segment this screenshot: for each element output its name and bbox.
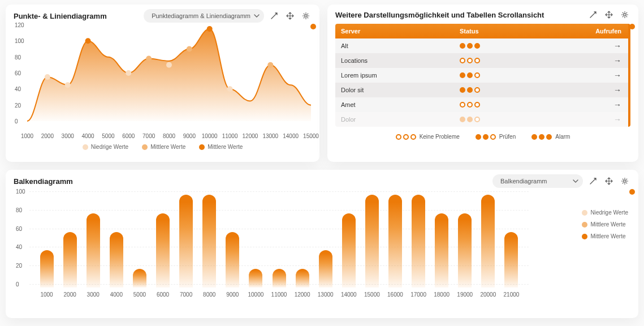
svg-point-5 <box>146 56 152 62</box>
svg-point-1 <box>45 74 50 80</box>
bar <box>319 250 332 288</box>
table-legend-item: Keine Probleme <box>396 134 460 140</box>
table-row: Dolor → <box>335 112 628 127</box>
status-dots <box>460 117 589 122</box>
svg-point-6 <box>166 62 172 68</box>
bar <box>435 213 448 288</box>
server-table: Server Status Aufrufen Alt →Locations →L… <box>335 24 630 127</box>
bar <box>481 195 495 288</box>
table-legend-item: Alarm <box>531 134 570 140</box>
chevron-down-icon <box>573 178 578 184</box>
bar <box>249 269 262 288</box>
status-dots <box>460 72 589 78</box>
server-name: Lorem ipsum <box>335 72 460 79</box>
bar <box>342 213 356 288</box>
svg-point-3 <box>85 38 91 44</box>
table-row: Alt → <box>335 38 628 53</box>
open-arrow-icon[interactable]: → <box>589 85 628 95</box>
legend-mid: Mittlere Werte <box>590 221 625 228</box>
card3-title: Balkendiagramm <box>14 177 73 186</box>
legend-low: Niedrige Werte <box>91 144 129 150</box>
open-arrow-icon[interactable]: → <box>589 56 628 65</box>
bar-chart: 0204060801001000200030004000500060007000… <box>29 191 529 288</box>
bar <box>273 269 286 288</box>
balken-card: Balkendiagramm Balkendiagramm 0204060801… <box>6 170 638 318</box>
status-dots <box>460 58 589 63</box>
card2-title: Weitere Darstellungsmöglichkeit und Tabe… <box>335 11 544 19</box>
legend-mid: Mittlere Werte <box>150 144 185 150</box>
svg-point-8 <box>207 26 213 32</box>
svg-point-0 <box>305 15 307 17</box>
status-dot <box>629 189 635 195</box>
move-icon[interactable] <box>603 175 615 187</box>
legend-low: Niedrige Werte <box>590 209 628 216</box>
bar <box>412 195 425 288</box>
card1-chart-type-select[interactable]: Punktediagramm & Liniendiagramm <box>144 9 264 23</box>
open-arrow-icon[interactable]: → <box>589 100 628 109</box>
status-dots <box>460 43 589 49</box>
table-legend: Keine ProblemePrüfenAlarm <box>335 134 630 140</box>
bar <box>156 213 170 288</box>
server-name: Dolor <box>335 116 460 123</box>
table-row: Locations → <box>335 53 628 68</box>
legend-high: Mittlere Werte <box>208 144 243 150</box>
svg-point-2 <box>65 82 71 88</box>
col-open: Aufrufen <box>589 28 628 35</box>
edit-icon[interactable] <box>587 9 599 20</box>
bar <box>365 195 379 288</box>
gear-icon[interactable] <box>300 10 312 22</box>
edit-icon[interactable] <box>269 10 280 22</box>
bar <box>87 213 100 288</box>
server-name: Dolor sit <box>335 87 460 93</box>
open-arrow-icon[interactable]: → <box>589 41 628 50</box>
bar <box>504 232 518 288</box>
table-row: Lorem ipsum → <box>335 68 628 83</box>
card1-legend: Niedrige Werte Mittlere Werte Mittlere W… <box>14 144 312 150</box>
svg-point-10 <box>267 62 273 68</box>
svg-point-7 <box>187 46 192 52</box>
table-legend-item: Prüfen <box>476 134 516 140</box>
edit-icon[interactable] <box>587 175 599 187</box>
col-server: Server <box>335 28 460 35</box>
open-arrow-icon[interactable]: → <box>589 71 628 80</box>
server-name: Locations <box>335 57 460 64</box>
card1-select-value: Punktediagramm & Liniendiagramm <box>152 12 250 19</box>
svg-point-4 <box>126 70 131 76</box>
move-icon[interactable] <box>603 9 615 20</box>
bar <box>226 232 239 288</box>
card3-legend: Niedrige Werte Mittlere Werte Mittlere W… <box>582 209 628 239</box>
status-dots <box>460 87 589 93</box>
chevron-down-icon <box>254 13 260 19</box>
gear-icon[interactable] <box>619 9 630 20</box>
bar <box>202 195 216 288</box>
table-header: Server Status Aufrufen <box>335 24 628 38</box>
bar <box>63 232 77 288</box>
table-row: Amet → <box>335 97 628 112</box>
open-arrow-icon[interactable]: → <box>589 115 628 124</box>
bar <box>110 232 123 288</box>
bar <box>458 213 472 288</box>
legend-high: Mittlere Werte <box>590 233 625 239</box>
gear-icon[interactable] <box>619 175 630 187</box>
card3-chart-type-select[interactable]: Balkendiagramm <box>492 174 583 188</box>
bar <box>296 269 309 288</box>
server-name: Amet <box>335 101 460 108</box>
card3-select-value: Balkendiagramm <box>500 178 547 185</box>
table-row: Dolor sit → <box>335 83 628 97</box>
bar <box>133 269 146 288</box>
status-dot <box>629 24 635 29</box>
move-icon[interactable] <box>284 10 296 22</box>
server-name: Alt <box>335 42 460 49</box>
punkte-linien-card: Punkte- & Liniendiagramm Punktediagramm … <box>6 5 319 162</box>
svg-point-9 <box>227 86 233 92</box>
col-status: Status <box>460 28 589 35</box>
status-dot <box>310 24 316 29</box>
svg-point-11 <box>624 14 626 16</box>
status-dots <box>460 102 589 108</box>
bar <box>40 250 54 288</box>
card1-title: Punkte- & Liniendiagramm <box>14 12 107 20</box>
bar <box>179 195 193 288</box>
bar <box>388 195 402 288</box>
tabellen-card: Weitere Darstellungsmöglichkeit und Tabe… <box>327 5 638 162</box>
svg-point-12 <box>624 180 626 182</box>
